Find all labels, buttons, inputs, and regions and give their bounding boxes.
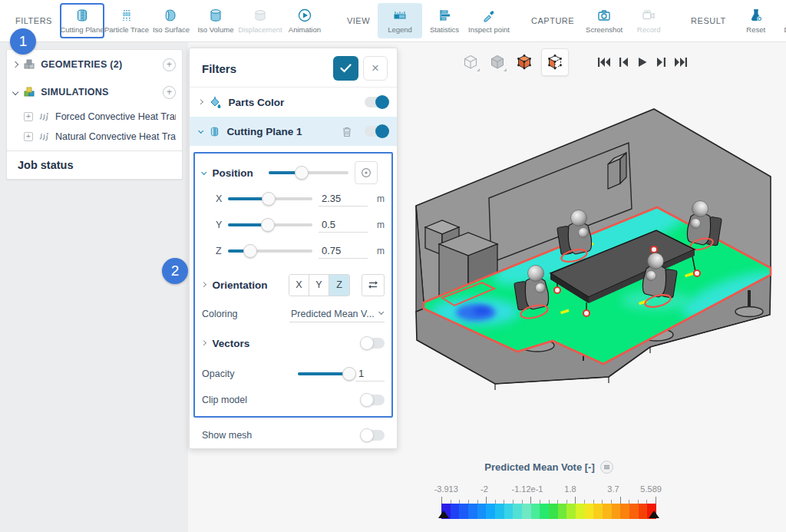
x-position-slider[interactable] (228, 197, 312, 200)
opacity-value-input[interactable] (355, 366, 385, 382)
coloring-dropdown[interactable]: Predicted Mean V... (289, 306, 385, 322)
statistics-button[interactable]: Statistics (422, 3, 467, 38)
wireframe-view-button[interactable] (461, 52, 481, 72)
colorbar-segment (468, 504, 477, 519)
colorbar-segment (459, 504, 468, 519)
orientation-axis-group: X Y Z (289, 274, 350, 296)
inspect-point-label: Inspect point (468, 25, 510, 34)
legend-tick (530, 497, 531, 504)
add-simulation-button[interactable]: + (163, 86, 176, 99)
slider-handle[interactable] (261, 218, 275, 232)
legend-settings-button[interactable] (600, 461, 613, 474)
skip-to-end-button[interactable] (674, 57, 688, 68)
reset-button[interactable]: Reset (734, 3, 778, 38)
play-button[interactable] (637, 57, 648, 68)
download-button[interactable]: Download (778, 3, 786, 38)
colorbar-segment (629, 504, 639, 519)
position-normal-slider[interactable] (269, 171, 348, 174)
y-axis-label: Y (216, 220, 222, 230)
y-position-slider[interactable] (228, 223, 312, 226)
previous-frame-button[interactable] (619, 57, 629, 68)
next-frame-button[interactable] (656, 57, 666, 68)
y-value-input[interactable] (319, 217, 368, 233)
solid-view-button[interactable] (487, 52, 507, 72)
record-button[interactable]: Record (626, 3, 671, 38)
colorbar-segment (566, 504, 576, 519)
legend-button[interactable]: Legend (378, 3, 422, 38)
viewport-toolbar (461, 48, 688, 76)
center-position-button[interactable] (355, 161, 378, 184)
parts-color-toggle[interactable] (365, 97, 388, 107)
colorbar-segment (558, 504, 567, 519)
expand-icon[interactable]: + (24, 112, 33, 121)
filter-row-parts-color[interactable]: Parts Color (190, 88, 397, 117)
chevron-down-icon[interactable] (198, 128, 204, 134)
apply-button[interactable] (333, 56, 358, 81)
video-camera-icon (641, 8, 656, 23)
colorbar-segment (504, 504, 514, 519)
legend-max-handle[interactable] (649, 511, 659, 518)
orientation-y-button[interactable]: Y (309, 275, 329, 296)
add-geometry-button[interactable]: + (163, 58, 176, 71)
colorbar-segment (585, 504, 594, 519)
vectors-toggle[interactable] (362, 338, 385, 349)
legend-tick (486, 497, 487, 504)
slider-handle[interactable] (295, 166, 309, 180)
animation-button[interactable]: Animation (282, 3, 327, 38)
iso-surface-button[interactable]: Iso Surface (149, 3, 193, 38)
chevron-right-icon[interactable] (198, 99, 204, 105)
show-model-button[interactable] (514, 52, 534, 72)
viewport-3d-scene[interactable] (402, 81, 786, 465)
delete-icon[interactable] (342, 126, 352, 137)
vectors-label: Vectors (212, 338, 249, 349)
skip-to-start-button[interactable] (597, 57, 611, 68)
tree-item-forced-convective[interactable]: + Forced Convective Heat Tran... (7, 107, 182, 127)
target-icon (361, 167, 372, 178)
tree-item-simulations[interactable]: SIMULATIONS + (7, 81, 182, 104)
inspect-point-button[interactable]: Inspect point (467, 3, 511, 38)
clip-model-toggle[interactable] (362, 395, 385, 405)
x-value-input[interactable] (319, 191, 368, 207)
expand-icon[interactable]: + (24, 132, 33, 141)
close-button[interactable]: × (363, 56, 388, 81)
legend-colorbar (441, 504, 656, 519)
tree-item-natural-convective[interactable]: + Natural Convective Heat Tra... (7, 127, 182, 147)
capture-section-label: CAPTURE (531, 16, 574, 25)
orientation-x-button[interactable]: X (289, 275, 309, 296)
chevron-right-icon[interactable] (12, 61, 19, 68)
z-position-slider[interactable] (228, 249, 312, 253)
legend-min-handle[interactable] (438, 511, 449, 518)
legend-label: Legend (388, 25, 412, 34)
screenshot-button[interactable]: Screenshot (582, 3, 626, 38)
opacity-slider[interactable] (298, 372, 349, 375)
cutting-plane-button[interactable]: Cutting Plane (60, 3, 104, 38)
swap-arrows-icon (368, 280, 378, 289)
chevron-right-icon[interactable] (201, 340, 207, 346)
chevron-right-icon[interactable] (201, 282, 207, 288)
chevron-down-icon[interactable] (201, 170, 207, 176)
colorbar-segment (603, 504, 612, 519)
legend-tick (620, 497, 621, 504)
slider-handle[interactable] (262, 192, 276, 206)
show-mesh-label: Show mesh (202, 430, 252, 441)
legend-icon (392, 8, 408, 23)
particle-trace-button[interactable]: Particle Trace (104, 3, 149, 38)
checkmark-icon (340, 64, 352, 73)
transparent-model-button[interactable] (541, 48, 569, 76)
tree-item-geometries[interactable]: GEOMETRIES (2) + (7, 53, 182, 76)
show-mesh-toggle[interactable] (362, 430, 385, 441)
cutting-plane-1-toggle[interactable] (365, 126, 388, 137)
orientation-z-button[interactable]: Z (329, 275, 349, 296)
flip-orientation-button[interactable] (362, 274, 385, 296)
slider-handle[interactable] (342, 367, 356, 381)
position-z-row: Z m (202, 238, 385, 264)
filter-row-cutting-plane-1[interactable]: Cutting Plane 1 (190, 117, 397, 146)
cube-selected-icon (547, 54, 563, 71)
z-value-input[interactable] (319, 243, 368, 259)
chevron-down-icon[interactable] (12, 89, 19, 96)
colorbar-segment (540, 504, 549, 519)
iso-volume-button[interactable]: Iso Volume (193, 3, 238, 38)
slider-handle[interactable] (243, 244, 257, 258)
cutting-plane-icon (74, 8, 90, 23)
displacement-button[interactable]: Displacement (238, 3, 282, 38)
